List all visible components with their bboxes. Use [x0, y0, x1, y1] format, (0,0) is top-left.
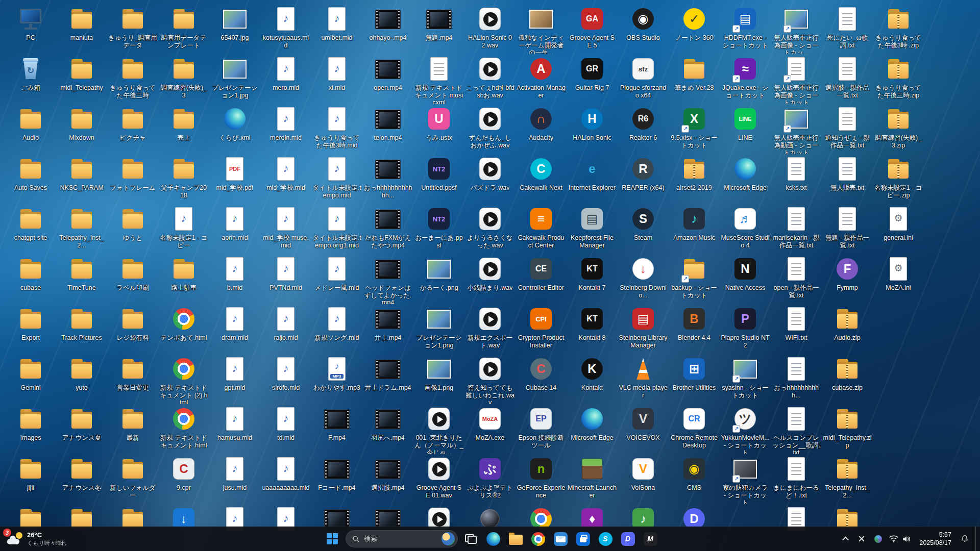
desktop-icon[interactable]: かるーく.png — [413, 254, 464, 304]
desktop-icon[interactable]: Fコード.mp4 — [311, 454, 362, 504]
desktop-icon[interactable]: maniuta — [56, 4, 107, 54]
desktop-icon[interactable]: 調査練習(失敗)_3 — [158, 54, 209, 104]
desktop-icon[interactable]: X↗9.5.xlsx - ショートカット — [669, 104, 720, 154]
desktop-icon[interactable]: chatgpt-site — [5, 204, 56, 254]
desktop-icon[interactable]: ohhayo-.mp4 — [362, 4, 413, 54]
desktop-icon[interactable]: xl.mid — [311, 54, 362, 104]
desktop-icon[interactable]: 新規 テキストドキュメント (2).html — [158, 354, 209, 404]
desktop-icon[interactable]: dram.mid — [209, 304, 260, 354]
desktop-icon[interactable]: くらび.xml — [209, 104, 260, 154]
desktop-icon[interactable]: ▤Steinberg Library Manager — [618, 304, 669, 354]
desktop-icon[interactable]: 名称未設定1 - コピー — [158, 204, 209, 254]
desktop-icon[interactable]: R6Reaktor 6 — [618, 104, 669, 154]
desktop-icon[interactable]: アナウンス夏 — [56, 404, 107, 454]
desktop-icon[interactable]: ∩Audacity — [516, 104, 567, 154]
desktop-icon[interactable]: MoZAMoZA.exe — [464, 404, 516, 454]
desktop-icon[interactable]: 答え知ってても難しいわこれ.wav — [464, 354, 516, 404]
desktop-icon[interactable]: アナウンス冬 — [56, 454, 107, 504]
desktop-icon[interactable]: きゅうり食ってた午後3時.mid — [311, 104, 362, 154]
desktop-icon[interactable]: VLC media player — [618, 354, 669, 404]
desktop-icon[interactable]: VVOICEVOX — [618, 404, 669, 454]
desktop-icon[interactable]: AActivation Manager — [516, 54, 567, 104]
taskbar-skype-button[interactable]: S — [595, 529, 616, 549]
desktop-icon[interactable]: ▤Keepforest File Manager — [567, 204, 618, 254]
desktop-icon[interactable]: NKSC_PARAM — [56, 154, 107, 204]
desktop-icon[interactable]: 最新 — [107, 404, 158, 454]
desktop-icon[interactable]: PC — [5, 4, 56, 54]
desktop-icon[interactable]: KTKontakt 8 — [567, 304, 618, 354]
desktop-icon[interactable]: NNative Access — [720, 254, 771, 304]
desktop-icon[interactable]: gpt.mid — [209, 354, 260, 404]
desktop-icon[interactable]: sfzPlogue sforzando x64 — [618, 54, 669, 104]
desktop-icon[interactable]: mid_学校.mid — [260, 154, 311, 204]
desktop-icon[interactable]: Groove Agent SE 01.wav — [413, 454, 464, 504]
desktop-icon[interactable]: おっhhhhhhhhhhhh... — [362, 154, 413, 204]
desktop-icon[interactable]: 孤独なインディーゲーム開発者の一生... — [516, 4, 567, 54]
desktop-icon[interactable]: こってぇhdすbfdsbお.wav — [464, 54, 516, 104]
desktop-icon[interactable]: 無題.mp4 — [413, 4, 464, 54]
desktop-icon[interactable]: 路上駐車 — [158, 254, 209, 304]
desktop-icon[interactable]: Telepathy_Inst_2... — [56, 204, 107, 254]
desktop-icon[interactable]: おっhhhhhhhhhh... — [771, 354, 822, 404]
desktop-icon[interactable]: eInternet Explorer — [567, 154, 618, 204]
desktop-icon[interactable]: GAGroove Agent SE 5 — [567, 4, 618, 54]
desktop-icon[interactable]: GRGuitar Rig 7 — [567, 54, 618, 104]
desktop-icon[interactable]: rajio.mid — [260, 304, 311, 354]
desktop-icon[interactable]: general.ini — [873, 204, 924, 254]
desktop-icon[interactable]: 名称未設定1 - コピー.zip — [873, 154, 924, 204]
desktop-icon[interactable]: プレゼンテーション1.jpg — [209, 54, 260, 104]
desktop-icon[interactable]: 井上.mp4 — [362, 304, 413, 354]
desktop-icon[interactable]: 父子キャンプ2018 — [158, 154, 209, 204]
desktop-icon[interactable]: ✓ノートン 360 — [669, 4, 720, 54]
desktop-icon[interactable]: ぷぷよぷよ™テトリス®2 — [464, 454, 516, 504]
desktop-icon[interactable]: b.mid — [209, 254, 260, 304]
desktop-icon[interactable]: ≡Cakewalk Product Center — [516, 204, 567, 254]
desktop-icon[interactable]: mid_学校 muse.mid — [260, 204, 311, 254]
desktop-icon[interactable]: プレゼンテーション1.png — [413, 304, 464, 354]
desktop-icon[interactable]: 無題 - 親作品一覧.txt — [822, 204, 873, 254]
desktop-icon[interactable]: midi_Telepathy.zip — [822, 404, 873, 454]
desktop-icon[interactable]: タイトル未設定.tempo.mid — [311, 154, 362, 204]
desktop-icon[interactable]: きゅうり_調査用データ — [107, 4, 158, 54]
desktop-icon[interactable]: ↗無人販売不正行為動画 - ショートカット — [771, 104, 822, 154]
desktop-icon[interactable]: 65407.jpg — [209, 4, 260, 54]
desktop-icon[interactable]: Microsoft Edge — [567, 404, 618, 454]
desktop-icon[interactable]: きゅうり食ってた午後3時 .zip — [873, 4, 924, 54]
desktop-icon[interactable]: open - 親作品一覧.txt — [771, 254, 822, 304]
desktop-icon[interactable]: わかりやす.mp3 — [311, 354, 362, 404]
desktop-icon[interactable]: メドレー風.mid — [311, 254, 362, 304]
desktop-icon[interactable]: ずんだもん_しおかぜふ.wav — [464, 104, 516, 154]
desktop-icon[interactable]: 001_東北きりたん（ノーマル）_今じゃ... — [413, 404, 464, 454]
desktop-icon[interactable]: CPICrypton Product Installer — [516, 304, 567, 354]
desktop-icon[interactable]: CCakewalk Next — [516, 154, 567, 204]
desktop-icon[interactable]: だれもFXMがえたやつ.mp4 — [362, 204, 413, 254]
desktop-icon[interactable]: ↗syasinn - ショートカット — [720, 354, 771, 404]
desktop-icon[interactable]: C9.cpr — [158, 454, 209, 504]
desktop-icon[interactable]: ↓Steinberg Downlo... — [618, 254, 669, 304]
desktop-icon[interactable]: ♬MuseScore Studio 4 — [720, 204, 771, 254]
desktop-icon[interactable]: HALion Sonic 02.wav — [464, 4, 516, 54]
desktop-icon[interactable]: airset2-2019 — [669, 154, 720, 204]
desktop-icon[interactable]: Audio.zip — [822, 304, 873, 354]
desktop-icon[interactable]: テンポあて.html — [158, 304, 209, 354]
desktop-icon[interactable]: レジ袋有料 — [107, 304, 158, 354]
desktop-icon[interactable]: 新しいフォルダー — [107, 454, 158, 504]
desktop-icon[interactable]: きゅうり食ってた午後三時 — [107, 54, 158, 104]
desktop-icon[interactable]: 選択肢.mp4 — [362, 454, 413, 504]
desktop-icon[interactable]: Export — [5, 304, 56, 354]
desktop-icon[interactable]: aorin.mid — [209, 204, 260, 254]
taskbar-file-explorer-button[interactable] — [505, 529, 526, 549]
desktop-icon[interactable]: Images — [5, 404, 56, 454]
desktop-icon[interactable]: nGeForce Experience — [516, 454, 567, 504]
desktop-icon[interactable]: midi_Telepathy — [56, 54, 107, 104]
desktop-icon[interactable]: teion.mp4 — [362, 104, 413, 154]
desktop-icon[interactable]: yuto — [56, 354, 107, 404]
desktop-icon[interactable]: ↗無人販売不正行為画像 - ショートカット — [771, 54, 822, 104]
desktop-icon[interactable]: Minecraft Launcher — [567, 454, 618, 504]
desktop-icon[interactable]: 無人販売.txt — [822, 154, 873, 204]
desktop-icon[interactable]: フォトフレーム — [107, 154, 158, 204]
desktop-icon[interactable]: ヘッドフォンはずしてよかった.mp4 — [362, 254, 413, 304]
desktop-icon[interactable]: 新規 テキストドキュメント.musicxml — [413, 54, 464, 104]
desktop-icon[interactable]: 新規ソング.mid — [311, 304, 362, 354]
desktop-icon[interactable]: 選択肢 - 親作品一覧.txt — [822, 54, 873, 104]
